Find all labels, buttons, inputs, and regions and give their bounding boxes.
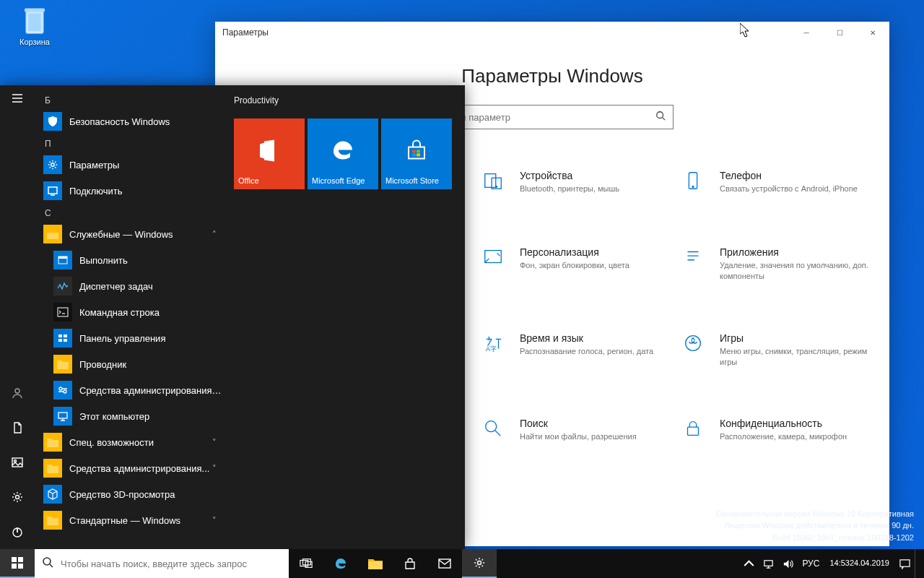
- tile-office[interactable]: Office: [234, 118, 305, 189]
- category-search[interactable]: ПоискНайти мои файлы, разрешения: [482, 418, 682, 444]
- settings-search[interactable]: [432, 105, 674, 129]
- svg-rect-34: [417, 153, 420, 156]
- task-view-button[interactable]: [289, 549, 323, 578]
- search-icon: [42, 556, 53, 571]
- folder-icon: [53, 355, 72, 374]
- search-icon: [655, 111, 666, 124]
- app-settings[interactable]: Параметры: [35, 152, 224, 178]
- chevron-down-icon: ˅: [212, 464, 217, 473]
- rail-expand-button[interactable]: [0, 81, 35, 116]
- folder-icon: [43, 433, 62, 452]
- app-windows-system-folder[interactable]: Служебные — Windows ˄: [35, 221, 224, 247]
- app-ease-of-access-folder[interactable]: Спец. возможности ˅: [35, 429, 224, 455]
- category-time-language[interactable]: A字 Время и языкРаспознавание голоса, рег…: [482, 332, 682, 368]
- settings-search-input[interactable]: [440, 112, 655, 123]
- category-gaming[interactable]: ИгрыМеню игры, снимки, трансляция, режим…: [682, 332, 882, 368]
- tray-action-center-icon[interactable]: [895, 549, 915, 578]
- rail-pictures-button[interactable]: [0, 445, 35, 480]
- app-administrative-tools-folder[interactable]: Средства администрирования... ˅: [35, 455, 224, 481]
- app-control-panel[interactable]: Панель управления: [35, 325, 224, 351]
- svg-rect-22: [58, 256, 67, 259]
- taskbar-store[interactable]: [393, 549, 427, 578]
- app-connect[interactable]: Подключить: [35, 178, 224, 204]
- desktop: Корзина Параметры ─ ☐ ✕ Параметры Window…: [0, 0, 924, 578]
- start-menu: Б Безопасность Windows П Параметры Подкл…: [0, 85, 465, 549]
- settings-heading: Параметры Windows: [222, 65, 882, 87]
- rail-power-button[interactable]: [0, 514, 35, 549]
- taskbar-search[interactable]: [35, 549, 289, 578]
- app-windows-accessories-folder[interactable]: Стандартные — Windows ˅: [35, 507, 224, 533]
- app-admin-tools[interactable]: Средства администрирования Wi...: [35, 377, 224, 403]
- shield-icon: [43, 112, 62, 131]
- svg-rect-20: [48, 187, 57, 194]
- tray-language[interactable]: РУС: [798, 549, 824, 578]
- app-task-manager[interactable]: Диспетчер задач: [35, 273, 224, 299]
- run-icon: [53, 251, 72, 269]
- app-3d-viewer[interactable]: Средство 3D-просмотра: [35, 481, 224, 507]
- tile-edge[interactable]: Microsoft Edge: [308, 118, 378, 189]
- rail-user-button[interactable]: [0, 376, 35, 410]
- tray-chevron-up-icon[interactable]: [739, 549, 759, 578]
- search-category-icon: [482, 418, 508, 444]
- svg-rect-26: [58, 339, 62, 342]
- app-this-pc[interactable]: Этот компьютер: [35, 403, 224, 429]
- start-tiles: Productivity Office Microsoft Edge Micro…: [224, 85, 465, 549]
- svg-point-28: [59, 387, 62, 390]
- tray-network-icon[interactable]: [759, 549, 778, 578]
- svg-point-17: [16, 496, 19, 499]
- tray-volume-icon[interactable]: [778, 549, 798, 578]
- recycle-bin-icon: [19, 6, 50, 36]
- time-language-icon: A字: [482, 332, 508, 358]
- category-phone[interactable]: ТелефонСвязать устройство с Android, iPh…: [682, 170, 882, 196]
- taskbar: РУС 14:5324.04.2019: [0, 549, 924, 578]
- window-title: Параметры: [222, 27, 269, 38]
- svg-text:A字: A字: [486, 345, 497, 353]
- category-apps[interactable]: ПриложенияУдаление, значения по умолчани…: [682, 246, 882, 282]
- show-desktop-button[interactable]: [915, 549, 924, 578]
- svg-point-3: [656, 112, 663, 118]
- svg-rect-31: [412, 150, 416, 152]
- minimize-button[interactable]: ─: [790, 22, 823, 43]
- cube-icon: [43, 485, 62, 504]
- gaming-icon: [682, 332, 708, 358]
- tile-group-header[interactable]: Productivity: [234, 95, 458, 105]
- letter-header-b[interactable]: Б: [35, 91, 224, 108]
- svg-rect-1: [28, 14, 41, 32]
- category-personalization[interactable]: ПерсонализацияФон, экран блокировки, цве…: [482, 246, 682, 282]
- letter-header-s[interactable]: С: [35, 204, 224, 221]
- svg-rect-32: [417, 150, 420, 152]
- chevron-down-icon: ˅: [212, 438, 217, 447]
- svg-rect-25: [64, 335, 67, 337]
- recycle-bin[interactable]: Корзина: [13, 6, 56, 46]
- taskbar-search-input[interactable]: [61, 558, 289, 569]
- letter-header-p[interactable]: П: [35, 134, 224, 152]
- tray-clock[interactable]: 14:5324.04.2019: [824, 549, 895, 578]
- taskbar-edge[interactable]: [323, 549, 358, 578]
- svg-point-8: [692, 186, 694, 188]
- app-run[interactable]: Выполнить: [35, 247, 224, 273]
- rail-settings-button[interactable]: [0, 480, 35, 514]
- folder-icon: [43, 459, 62, 478]
- taskbar-settings[interactable]: [462, 549, 497, 578]
- rail-documents-button[interactable]: [0, 410, 35, 445]
- svg-point-44: [478, 561, 481, 565]
- svg-point-19: [51, 163, 54, 166]
- close-button[interactable]: ✕: [856, 22, 889, 43]
- category-devices[interactable]: УстройстваBluetooth, принтеры, мышь: [482, 170, 682, 196]
- tile-store[interactable]: Microsoft Store: [381, 118, 452, 189]
- titlebar[interactable]: Параметры ─ ☐ ✕: [215, 22, 889, 43]
- svg-rect-36: [18, 557, 23, 562]
- category-privacy[interactable]: КонфиденциальностьРасположение, камера, …: [682, 418, 882, 444]
- gear-icon: [43, 155, 62, 174]
- edge-icon: [331, 138, 355, 164]
- store-icon: [404, 138, 429, 164]
- app-list[interactable]: Б Безопасность Windows П Параметры Подкл…: [35, 85, 224, 549]
- taskbar-mail[interactable]: [427, 549, 462, 578]
- app-command-prompt[interactable]: Командная строка: [35, 299, 224, 325]
- taskbar-file-explorer[interactable]: [358, 549, 393, 578]
- start-button[interactable]: [0, 549, 35, 578]
- maximize-button[interactable]: ☐: [823, 22, 856, 43]
- app-file-explorer[interactable]: Проводник: [35, 351, 224, 377]
- app-windows-security[interactable]: Безопасность Windows: [35, 108, 224, 134]
- svg-rect-2: [25, 9, 45, 12]
